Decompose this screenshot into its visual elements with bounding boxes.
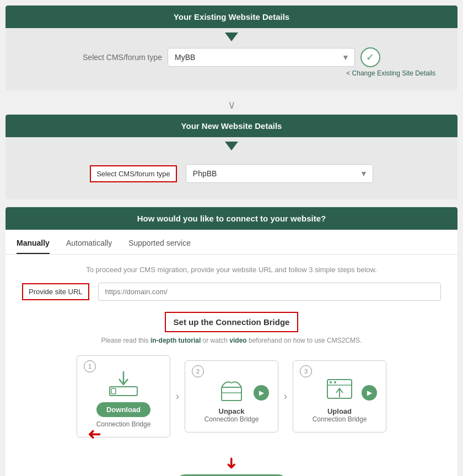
existing-cms-row: Select CMS/forum type MyBB ▼ ✓ — [28, 47, 435, 67]
step-sublabel-3: Connection Bridge — [300, 415, 379, 423]
svg-marker-0 — [225, 33, 238, 41]
tutorial-link-1[interactable]: in-depth tutorial — [150, 337, 201, 344]
step-arrow-1: › — [176, 391, 179, 402]
upload-play-btn[interactable]: ▶ — [362, 385, 377, 401]
unpack-icon — [215, 375, 248, 403]
change-existing-link[interactable]: < Change Existing Site Details — [28, 67, 435, 82]
step-icon-area-1 — [84, 370, 163, 398]
connection-header: How would you like to connect to your we… — [6, 207, 457, 230]
new-cms-select-wrapper: PhpBB ▼ — [186, 164, 373, 183]
connection-tab-row: Manually Automatically Supported service — [6, 230, 457, 255]
red-arrow-step1: ➜ — [88, 426, 101, 443]
new-cms-label: Select CMS/forum type — [90, 165, 177, 182]
step-card-1: 1 Download — [77, 355, 170, 437]
tutorial-link-video[interactable]: video — [229, 337, 246, 344]
new-website-body: Select CMS/forum type PhpBB ▼ — [6, 137, 457, 199]
tab-manually[interactable]: Manually — [17, 239, 50, 254]
unpack-play-btn[interactable]: ▶ — [254, 385, 269, 401]
step-icon-area-2: ▶ — [192, 375, 271, 403]
existing-cms-label: Select CMS/forum type — [83, 53, 162, 62]
red-arrow-verify: ➜ — [223, 457, 241, 469]
step-label-2: Unpack — [192, 407, 271, 415]
bridge-box-label: Set up the Connection Bridge — [165, 312, 299, 332]
existing-website-header: Your Existing Website Details — [6, 6, 457, 28]
step-card-3: 3 — [293, 360, 386, 432]
step-icon-area-3: ▶ — [300, 375, 379, 403]
connection-body: To proceed your CMS migration, provide y… — [6, 255, 457, 476]
new-website-header: Your New Website Details — [6, 115, 457, 137]
existing-cms-select[interactable]: MyBB — [168, 48, 355, 67]
svg-point-10 — [334, 381, 336, 383]
existing-website-section: Your Existing Website Details Select CMS… — [6, 6, 457, 90]
section-separator-arrow: ∨ — [6, 98, 457, 111]
verify-row: ➜ Verify Connection — [22, 454, 441, 476]
existing-website-body: Select CMS/forum type MyBB ▼ ✓ < Change … — [6, 28, 457, 90]
steps-row: ➜ 1 — [22, 355, 441, 437]
upload-icon — [323, 375, 356, 403]
existing-cms-check: ✓ — [360, 47, 380, 67]
tab-automatically[interactable]: Automatically — [66, 239, 112, 254]
step-arrow-2: › — [284, 391, 287, 402]
svg-marker-1 — [225, 142, 238, 150]
new-cms-select[interactable]: PhpBB — [186, 164, 373, 183]
new-website-section: Your New Website Details Select CMS/foru… — [6, 115, 457, 199]
new-cms-row: Select CMS/forum type PhpBB ▼ — [28, 156, 435, 191]
tutorial-text: Please read this in-depth tutorial or wa… — [22, 337, 441, 344]
site-url-row: Provide site URL — [22, 283, 441, 301]
connection-description: To proceed your CMS migration, provide y… — [22, 266, 441, 274]
step-sublabel-2: Connection Bridge — [192, 415, 271, 423]
download-icon — [107, 370, 140, 398]
svg-rect-3 — [111, 388, 116, 394]
download-button[interactable]: Download — [96, 402, 150, 417]
site-url-input[interactable] — [98, 283, 441, 301]
step-label-3: Upload — [300, 407, 379, 415]
step-card-2: 2 ▶ Unpack — [185, 360, 278, 432]
svg-rect-5 — [222, 387, 241, 401]
tab-supported-service[interactable]: Supported service — [128, 239, 191, 254]
new-website-header-arrow — [225, 142, 238, 150]
site-url-label: Provide site URL — [22, 283, 89, 300]
header-arrow-down — [225, 33, 238, 41]
svg-point-9 — [330, 381, 332, 383]
existing-cms-select-wrapper: MyBB ▼ — [168, 48, 355, 67]
connection-section: How would you like to connect to your we… — [6, 207, 457, 476]
page-container: Your Existing Website Details Select CMS… — [6, 6, 457, 476]
